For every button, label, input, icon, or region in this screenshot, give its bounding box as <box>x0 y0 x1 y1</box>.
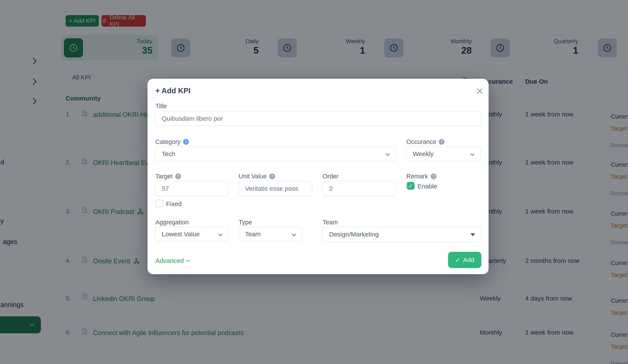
advanced-toggle[interactable]: Advanced <box>156 257 189 264</box>
title-field-label: Title <box>156 103 167 110</box>
chevron-down-icon <box>386 152 390 156</box>
unit-value-field-label: Unit Value? <box>239 173 275 180</box>
unit-value-input[interactable]: Veritatis esse poss <box>238 181 312 196</box>
title-input[interactable]: Quibusdam libero por <box>155 111 481 126</box>
help-icon: ? <box>439 139 445 145</box>
app-root: d y ages annings + Add KPI Delete All KP… <box>0 0 628 364</box>
fixed-checkbox-label: Fixed <box>166 200 182 208</box>
add-kpi-modal: + Add KPI ✕ Title Quibusdam libero por C… <box>148 79 488 274</box>
aggregation-field-label: Aggregation <box>156 219 189 226</box>
check-icon: ✓ <box>455 256 461 264</box>
modal-title: + Add KPI <box>156 86 191 95</box>
remark-enable-label: Enable <box>417 183 437 190</box>
target-input[interactable]: 57 <box>155 181 229 196</box>
remark-field-label: Remark? <box>406 173 436 180</box>
chevron-down-icon <box>218 232 222 236</box>
team-select[interactable]: Design/Marketing <box>322 227 481 242</box>
team-field-label: Team <box>323 219 338 226</box>
fixed-checkbox[interactable] <box>156 200 163 207</box>
triangle-down-icon <box>471 233 475 236</box>
target-field-label: Target? <box>156 173 181 180</box>
help-icon: ? <box>269 173 275 179</box>
category-select[interactable]: Tech <box>155 146 396 161</box>
occurance-field-label: Occurance? <box>406 138 445 146</box>
chevron-down-icon <box>186 258 190 262</box>
help-icon: ? <box>175 173 181 179</box>
help-icon: ? <box>431 173 436 179</box>
category-field-label: Category+ <box>156 138 189 146</box>
chevron-down-icon <box>471 152 474 156</box>
aggregation-select[interactable]: Lowest Value <box>155 227 229 242</box>
type-select[interactable]: Team <box>238 227 302 242</box>
add-confirm-button[interactable]: ✓Add <box>448 252 481 268</box>
add-category-icon[interactable]: + <box>183 139 189 145</box>
type-field-label: Type <box>239 219 252 226</box>
close-icon[interactable]: ✕ <box>473 85 486 97</box>
remark-enable-checkbox[interactable]: ✓ <box>407 182 414 190</box>
occurance-select[interactable]: Weekly <box>406 146 481 161</box>
order-field-label: Order <box>323 173 338 180</box>
order-input[interactable]: 2 <box>322 181 396 196</box>
chevron-down-icon <box>292 232 296 236</box>
